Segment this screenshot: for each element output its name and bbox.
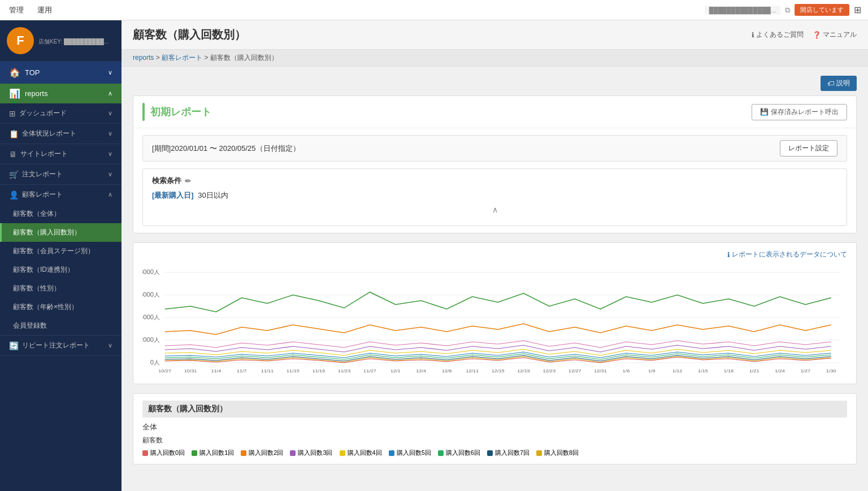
sidebar-group-repeat-header[interactable]: 🔄 リピート注文レポート ∨ [0,336,121,355]
edit-icon[interactable]: ✏ [185,177,191,185]
condition-value: 30日以内 [198,191,228,199]
sidebar-group-order: 🛒 注文レポート ∨ [0,164,121,185]
repeat-icon: 🔄 [9,341,19,350]
nav-item-manage[interactable]: 管理 [7,1,26,20]
tag-icon: 🏷 [827,80,834,88]
legend-item-1: 購入回数1回 [192,449,234,457]
sidebar-sub-customer-stage[interactable]: 顧客数（会員ステージ別） [0,242,121,260]
report-settings-button[interactable]: レポート設定 [780,140,837,157]
open-store-badge[interactable]: 開店しています [795,4,849,16]
repeat-label: リピート注文レポート [22,341,105,350]
legend-dot-6 [438,450,444,456]
svg-text:11/11: 11/11 [261,368,274,373]
svg-text:11/7: 11/7 [237,368,247,373]
sidebar-group-dashboard-header[interactable]: ⊞ ダッシュボード ∨ [0,103,121,123]
chart-wrapper: 8000人 6000人 4000人 2000人 0人 [142,264,847,377]
explain-badge-area: 🏷 説明 [133,76,857,91]
sidebar-sub-customer-age-gender[interactable]: 顧客数（年齢×性別） [0,298,121,316]
nav-right: ██████████████... ⧉ 開店しています ⊞ [705,4,861,16]
collapse-button[interactable]: ∧ [152,201,837,219]
svg-text:1/27: 1/27 [800,368,810,373]
reports-label: reports [25,89,47,98]
svg-text:12/19: 12/19 [517,368,530,373]
svg-text:1/18: 1/18 [723,368,734,373]
sidebar-group-overall-header[interactable]: 📋 全体状況レポート ∨ [0,124,121,144]
dashboard-label: ダッシュボード [19,108,105,118]
main-layout: F 店舗KEY: ██████████... 🏠 TOP ∨ 📊 reports… [0,20,868,491]
sidebar-item-reports[interactable]: 📊 reports ∧ [0,84,121,103]
line-chart-svg: 8000人 6000人 4000人 2000人 0人 [142,264,847,377]
dashboard-icon: ⊞ [9,109,16,118]
legend-item-7: 購入回数7回 [487,449,530,457]
sidebar: F 店舗KEY: ██████████... 🏠 TOP ∨ 📊 reports… [0,20,121,491]
svg-text:11/23: 11/23 [338,368,351,373]
content-body: 🏷 説明 初期レポート 💾 保存済みレポート呼出 [121,67,868,491]
sidebar-group-dashboard: ⊞ ダッシュボード ∨ [0,103,121,124]
nav-item-ops[interactable]: 運用 [35,1,54,20]
legend-dot-1 [192,450,197,456]
svg-text:11/4: 11/4 [211,368,222,373]
explain-button[interactable]: 🏷 説明 [821,76,857,91]
sidebar-group-customer-header[interactable]: 👤 顧客レポート ∧ [0,185,121,205]
sidebar-sub-customer-id[interactable]: 顧客数（ID連携別） [0,260,121,279]
save-report-button[interactable]: 💾 保存済みレポート呼出 [752,104,847,120]
search-conditions-title: 検索条件 ✏ [152,176,837,186]
svg-text:1/15: 1/15 [698,368,708,373]
period-text: [期間]2020/01/01 〜 2020/05/25（日付指定） [152,144,300,154]
reports-icon: 📊 [9,88,20,99]
customer-icon: 👤 [9,190,19,199]
svg-text:11/15: 11/15 [287,368,300,373]
sidebar-sub-member-reg[interactable]: 会員登録数 [0,316,121,335]
sidebar-item-top[interactable]: 🏠 TOP ∨ [0,62,121,84]
legend-item-8: 購入回数8回 [536,449,579,457]
page-title: 顧客数（購入回数別） [133,27,246,42]
overall-chevron: ∨ [108,130,112,137]
svg-text:1/24: 1/24 [775,368,785,373]
svg-text:12/27: 12/27 [568,368,581,373]
external-link-icon[interactable]: ⧉ [785,6,790,15]
title-bar-decoration [142,103,145,121]
reports-inner: 📊 reports ∧ [9,88,112,99]
top-label: TOP [25,68,40,77]
legend-row: 購入回数0回 購入回数1回 購入回数2回 購入回数3回 [142,449,847,457]
legend-item-3: 購入回数3回 [290,449,332,457]
sidebar-logo: F 店舗KEY: ██████████... [0,20,121,62]
sidebar-store-key: 店舗KEY: ██████████... [38,38,108,46]
order-chevron: ∨ [108,171,112,178]
svg-text:6000人: 6000人 [142,292,160,298]
breadcrumb-reports[interactable]: reports [133,54,154,62]
site-chevron: ∨ [108,150,112,158]
sidebar-group-overall: 📋 全体状況レポート ∨ [0,124,121,144]
chart-info-link-area: ℹ レポートに表示されるデータについて [142,250,847,259]
content-area: 顧客数（購入回数別） ℹ よくあるご質問 ❓ マニュアル reports > 顧… [121,20,868,491]
data-info-link[interactable]: ℹ レポートに表示されるデータについて [727,250,847,259]
save-icon: 💾 [760,108,769,116]
svg-text:4000人: 4000人 [142,314,160,320]
sidebar-group-site-header[interactable]: 🖥 サイトレポート ∨ [0,144,121,164]
store-key-display: ██████████████... [705,6,780,15]
help-icon: ❓ [813,31,821,39]
chart-container: ℹ レポートに表示されるデータについて 8000人 6000人 4000人 20… [133,242,857,384]
svg-text:12/31: 12/31 [594,368,607,373]
sidebar-sub-customer-all[interactable]: 顧客数（全体） [0,205,121,223]
svg-text:12/4: 12/4 [416,368,426,373]
overall-label: 全体状況レポート [22,129,105,138]
sidebar-sub-customer-gender[interactable]: 顧客数（性別） [0,279,121,298]
manual-link[interactable]: ❓ マニュアル [813,30,857,40]
grid-icon[interactable]: ⊞ [854,5,861,15]
customer-chevron: ∧ [108,191,112,198]
legend-item-5: 購入回数5回 [389,449,431,457]
nav-menu: 管理 運用 [7,1,54,20]
svg-text:11/27: 11/27 [363,368,376,373]
info-icon: ℹ [727,251,730,259]
svg-text:1/9: 1/9 [648,368,656,373]
sidebar-group-order-header[interactable]: 🛒 注文レポート ∨ [0,164,121,184]
faq-link[interactable]: ℹ よくあるご質問 [752,30,804,40]
breadcrumb-customer-reports[interactable]: 顧客レポート [162,54,202,62]
dashboard-chevron: ∨ [108,110,112,117]
svg-text:10/27: 10/27 [158,368,171,373]
svg-text:10/31: 10/31 [184,368,197,373]
legend-item-0: 購入回数0回 [142,449,185,457]
table-section: 顧客数（購入回数別） 全体 顧客数 購入回数0回 購入回数1回 購入回数2回 [133,393,857,464]
sidebar-sub-customer-purchase-count[interactable]: 顧客数（購入回数別） [0,223,121,242]
